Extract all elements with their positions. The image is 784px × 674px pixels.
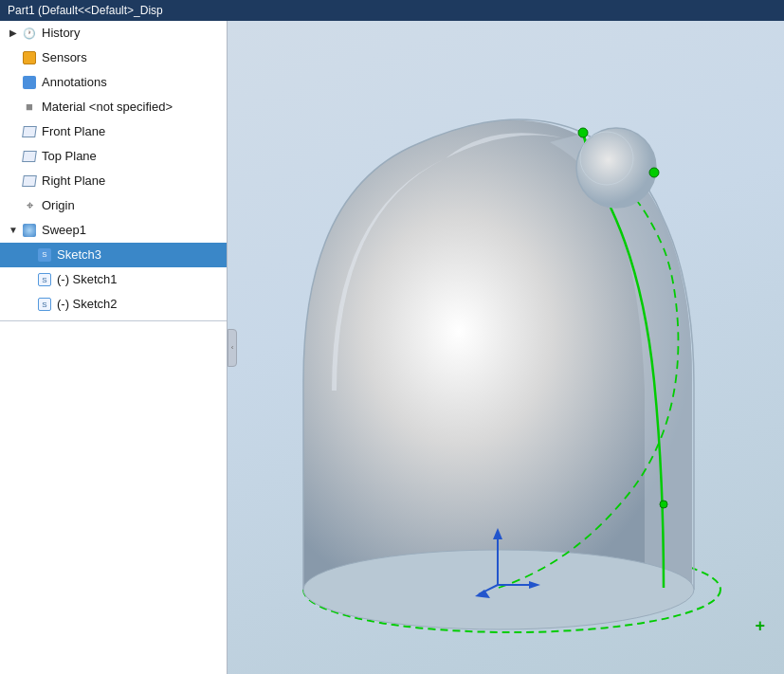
sensor-icon [21,49,38,66]
annotation-icon [21,74,38,91]
title-text: Part1 (Default<<Default>_Disp [8,4,163,17]
plane-icon [21,173,38,190]
feature-tree: ▶🕐HistorySensorsAnnotations■Material <no… [0,21,228,674]
sidebar-item-front-plane[interactable]: Front Plane [0,119,227,144]
sidebar-label-material: Material <not specified> [42,97,173,118]
sidebar-label-sensors: Sensors [42,47,87,68]
sidebar-label-sketch3: Sketch3 [57,245,101,265]
plane-icon [21,123,38,140]
sidebar-item-origin[interactable]: ⌖Origin [0,193,227,218]
sidebar-item-sketch1[interactable]: S(-) Sketch1 [0,267,227,292]
tree-arrow-sweep1[interactable]: ▼ [8,220,19,241]
tree-arrow-history[interactable]: ▶ [8,23,19,44]
sidebar-label-sketch2: (-) Sketch2 [57,294,118,315]
main-area: ▶🕐HistorySensorsAnnotations■Material <no… [0,21,784,674]
svg-point-12 [649,168,659,177]
sidebar-item-top-plane[interactable]: Top Plane [0,144,227,169]
sketch-small-icon: S [36,271,53,288]
sidebar-label-origin: Origin [42,195,75,216]
sidebar-label-sweep1: Sweep1 [42,220,86,241]
sidebar-item-sensors[interactable]: Sensors [0,46,227,70]
sidebar-label-front-plane: Front Plane [42,121,105,142]
sidebar-label-right-plane: Right Plane [42,171,105,191]
sidebar-label-annotations: Annotations [42,72,107,93]
origin-icon: ⌖ [21,197,38,214]
sketch-blue-icon: S [36,246,53,264]
plane-icon [21,148,38,165]
sidebar-label-history: History [42,23,80,44]
plus-icon[interactable]: + [755,616,765,636]
3d-model-svg [228,21,784,674]
svg-point-10 [576,128,656,208]
title-bar: Part1 (Default<<Default>_Disp [0,0,784,21]
sidebar-item-sweep1[interactable]: ▼Sweep1 [0,218,227,243]
sidebar-item-right-plane[interactable]: Right Plane [0,169,227,193]
sidebar-item-material[interactable]: ■Material <not specified> [0,95,227,119]
sidebar-item-annotations[interactable]: Annotations [0,70,227,95]
sidebar-collapse-handle[interactable]: ‹ [228,329,237,367]
svg-point-3 [660,501,667,508]
sweep-icon [21,222,38,239]
history-icon: 🕐 [21,25,38,42]
sidebar-item-sketch3[interactable]: SSketch3 [0,243,227,267]
sidebar-label-top-plane: Top Plane [42,146,97,167]
sidebar-item-history[interactable]: ▶🕐History [0,21,227,46]
svg-point-2 [578,128,588,137]
material-icon: ■ [21,99,38,116]
sidebar-label-sketch1: (-) Sketch1 [57,269,118,290]
sidebar-item-sketch2[interactable]: S(-) Sketch2 [0,292,227,317]
sidebar-wrapper: ▶🕐HistorySensorsAnnotations■Material <no… [0,21,228,674]
viewport[interactable]: + [228,21,784,674]
sketch-small-icon: S [36,296,53,313]
